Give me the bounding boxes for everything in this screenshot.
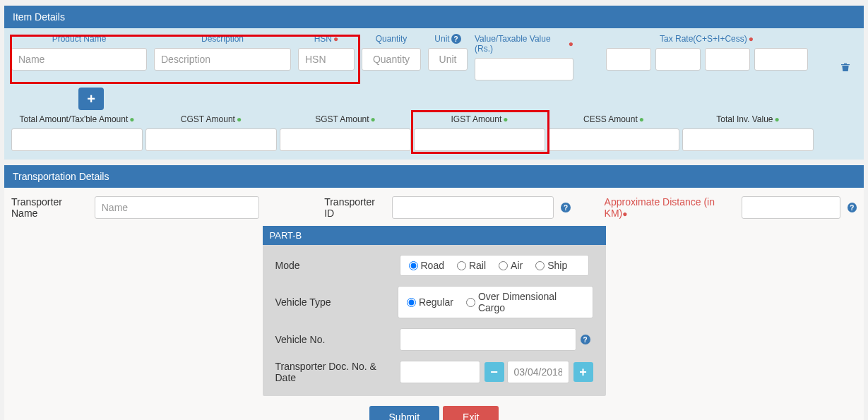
help-icon[interactable]: ? <box>561 203 570 212</box>
sgst-input[interactable] <box>280 128 411 151</box>
plus-button[interactable]: + <box>573 362 593 382</box>
indicator: ● <box>639 114 644 124</box>
taxrate-i-input[interactable] <box>705 48 750 71</box>
mode-label: Mode <box>275 260 400 271</box>
vehicle-no-label: Vehicle No. <box>275 334 400 345</box>
required-indicator: ● <box>569 39 573 49</box>
taxrate-label: Tax Rate(C+S+I+Cess) <box>660 34 747 44</box>
cgst-input[interactable] <box>145 128 277 151</box>
taxrate-cess-input[interactable] <box>754 48 808 71</box>
vehicle-regular-radio[interactable]: Regular <box>407 296 453 308</box>
total-amount-label: Total Amount/Tax'ble Amount <box>20 114 129 124</box>
highlight-annotation <box>10 35 360 84</box>
quantity-input[interactable] <box>362 48 421 71</box>
transporter-name-label: Transporter Name <box>11 196 88 219</box>
total-amount-input[interactable] <box>11 128 143 151</box>
highlight-annotation <box>411 110 549 154</box>
vehicle-type-label: Vehicle Type <box>275 296 398 308</box>
doc-date-input[interactable] <box>507 361 569 383</box>
transportation-details-header: Transportation Details <box>4 165 864 188</box>
help-icon[interactable]: ? <box>848 203 857 212</box>
cess-input[interactable] <box>548 128 679 151</box>
distance-label: Approximate Distance (in KM)● <box>605 196 735 219</box>
mode-ship-radio[interactable]: Ship <box>535 260 567 271</box>
partb-header: PART-B <box>263 226 606 245</box>
mode-road-radio[interactable]: Road <box>409 260 444 271</box>
cgst-label: CGST Amount <box>181 114 235 124</box>
exit-button[interactable]: Exit <box>443 406 499 420</box>
unit-input[interactable] <box>428 48 468 71</box>
distance-input[interactable] <box>742 196 840 219</box>
delete-row-icon[interactable] <box>840 61 857 80</box>
submit-button[interactable]: Submit <box>369 406 440 420</box>
quantity-label: Quantity <box>376 34 408 44</box>
sgst-label: SGST Amount <box>315 114 369 124</box>
value-input[interactable] <box>475 58 573 80</box>
doc-label: Transporter Doc. No. & Date <box>275 361 400 383</box>
transporter-name-input[interactable] <box>95 196 259 219</box>
indicator: ● <box>129 114 134 124</box>
help-icon[interactable]: ? <box>451 34 461 44</box>
required-indicator: ● <box>749 34 754 44</box>
mode-rail-radio[interactable]: Rail <box>457 260 486 271</box>
transporter-id-input[interactable] <box>392 196 554 219</box>
total-inv-label: Total Inv. Value <box>716 114 773 124</box>
item-details-header: Item Details <box>4 6 864 28</box>
help-icon[interactable]: ? <box>581 335 590 344</box>
transporter-id-label: Transporter ID <box>324 196 385 219</box>
indicator: ● <box>371 114 376 124</box>
indicator: ● <box>775 114 780 124</box>
minus-button[interactable]: − <box>484 362 504 382</box>
cess-label: CESS Amount <box>583 114 638 124</box>
vehicle-no-input[interactable] <box>400 328 576 351</box>
indicator: ● <box>237 114 242 124</box>
total-inv-input[interactable] <box>682 128 814 151</box>
vehicle-odc-radio[interactable]: Over Dimensional Cargo <box>466 291 584 313</box>
doc-no-input[interactable] <box>400 361 480 383</box>
mode-air-radio[interactable]: Air <box>499 260 523 271</box>
taxrate-s-input[interactable] <box>655 48 701 71</box>
taxrate-c-input[interactable] <box>606 48 651 71</box>
unit-label: Unit <box>434 34 449 44</box>
add-row-button[interactable]: + <box>78 88 104 110</box>
value-label: Value/Taxable Value (Rs.) <box>475 34 567 54</box>
